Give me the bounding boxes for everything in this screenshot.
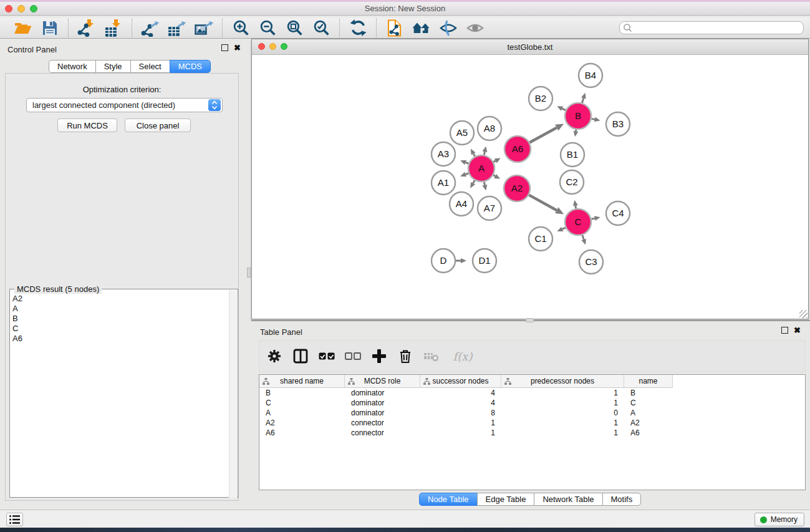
table-header-row[interactable]: shared nameMCDS rolesuccessor nodesprede… bbox=[259, 375, 673, 388]
run-mcds-button[interactable]: Run MCDS bbox=[57, 118, 117, 132]
splitter-grip-left[interactable] bbox=[247, 268, 251, 278]
float-panel-icon[interactable] bbox=[221, 44, 228, 51]
mcds-result-list[interactable]: A2ABCA6 bbox=[12, 294, 22, 344]
criterion-dropdown[interactable]: largest connected component (directed) bbox=[26, 98, 223, 112]
tab-edge-table[interactable]: Edge Table bbox=[477, 493, 535, 506]
table-cell[interactable]: 1 bbox=[501, 388, 624, 398]
network-graph[interactable]: B4B2BB3A5A8A6B1A3AC2A1A2A4A7C4CC1C3DD1 bbox=[252, 56, 808, 319]
edge-C-C3[interactable] bbox=[582, 235, 584, 239]
close-window-button[interactable] bbox=[5, 5, 12, 12]
table-cell[interactable]: A6 bbox=[259, 428, 345, 438]
edge-A6-B[interactable] bbox=[529, 128, 556, 143]
settings-gear-button[interactable] bbox=[266, 347, 283, 365]
edge-A2-C[interactable] bbox=[529, 195, 557, 211]
edge-B-B2[interactable] bbox=[562, 109, 566, 110]
table-cell[interactable]: connector bbox=[345, 418, 420, 428]
mcds-result-item[interactable]: C bbox=[12, 324, 22, 334]
table-cell[interactable]: 8 bbox=[420, 408, 501, 418]
table-row[interactable]: Adominator80A bbox=[259, 408, 805, 418]
tab-network-table[interactable]: Network Table bbox=[534, 493, 602, 506]
close-panel-button[interactable]: Close panel bbox=[125, 118, 191, 132]
edge-A-A7[interactable] bbox=[484, 182, 485, 185]
open-session-file-button[interactable] bbox=[382, 19, 407, 37]
table-cell[interactable]: 1 bbox=[420, 418, 501, 428]
result-scrollbar[interactable] bbox=[229, 290, 237, 498]
table-cell[interactable]: 4 bbox=[420, 388, 501, 398]
edge-C-C2[interactable] bbox=[576, 206, 576, 209]
table-row[interactable]: Bdominator41B bbox=[259, 388, 805, 398]
edge-A-A8[interactable] bbox=[484, 152, 485, 155]
table-cell[interactable]: A2 bbox=[624, 418, 673, 428]
table-cell[interactable]: dominator bbox=[345, 398, 420, 408]
search-input[interactable] bbox=[619, 21, 804, 34]
select-all-columns-button[interactable] bbox=[318, 347, 335, 365]
table-cell[interactable]: 1 bbox=[420, 428, 501, 438]
table-row[interactable]: A6connector11A6 bbox=[259, 428, 805, 438]
export-image-button[interactable] bbox=[191, 19, 216, 37]
edge-C-C4[interactable] bbox=[591, 218, 594, 219]
network-canvas[interactable]: B4B2BB3A5A8A6B1A3AC2A1A2A4A7C4CC1C3DD1 bbox=[252, 56, 808, 319]
refresh-view-button[interactable] bbox=[345, 19, 370, 37]
column-header-successor-nodes[interactable]: successor nodes bbox=[420, 375, 501, 388]
table-row[interactable]: A2connector11A2 bbox=[259, 418, 805, 428]
window-controls[interactable] bbox=[5, 5, 37, 12]
edge-B-B4[interactable] bbox=[582, 98, 583, 103]
table-cell[interactable]: B bbox=[624, 388, 673, 398]
column-header-predecessor-nodes[interactable]: predecessor nodes bbox=[501, 375, 624, 388]
float-table-panel-icon[interactable] bbox=[781, 327, 788, 334]
mcds-result-item[interactable]: A2 bbox=[12, 294, 22, 304]
save-session-button[interactable] bbox=[37, 19, 62, 37]
hide-graphics-details-button[interactable] bbox=[436, 19, 461, 37]
table-cell[interactable]: A bbox=[624, 408, 673, 418]
table-cell[interactable]: dominator bbox=[345, 388, 420, 398]
memory-button[interactable]: Memory bbox=[755, 513, 804, 526]
column-header-MCDS-role[interactable]: MCDS role bbox=[345, 375, 420, 388]
table-cell[interactable]: 1 bbox=[501, 428, 624, 438]
zoom-network-window-button[interactable] bbox=[281, 43, 287, 50]
tab-node-table[interactable]: Node Table bbox=[419, 493, 478, 506]
split-columns-button[interactable] bbox=[292, 347, 309, 365]
mcds-result-item[interactable]: A6 bbox=[12, 334, 22, 344]
edge-C-C1[interactable] bbox=[562, 228, 566, 229]
tab-motifs[interactable]: Motifs bbox=[602, 493, 642, 506]
mcds-result-item[interactable]: A bbox=[12, 304, 22, 314]
table-cell[interactable]: 4 bbox=[420, 398, 501, 408]
edge-A-A5[interactable] bbox=[473, 153, 475, 156]
zoom-in-button[interactable] bbox=[228, 19, 253, 37]
close-network-window-button[interactable] bbox=[258, 43, 265, 50]
table-cell[interactable]: C bbox=[624, 398, 673, 408]
table-cell[interactable]: 1 bbox=[501, 398, 624, 408]
tab-style[interactable]: Style bbox=[95, 60, 131, 73]
minimize-network-window-button[interactable] bbox=[269, 43, 276, 50]
import-table-button[interactable] bbox=[101, 19, 126, 37]
edge-B-B3[interactable] bbox=[592, 118, 595, 119]
import-network-button[interactable] bbox=[74, 19, 99, 37]
table-cell[interactable]: 0 bbox=[501, 408, 624, 418]
add-column-button[interactable] bbox=[370, 347, 388, 365]
table-row[interactable]: Cdominator41C bbox=[259, 398, 805, 408]
table-cell[interactable]: A2 bbox=[259, 418, 345, 428]
show-panels-button[interactable] bbox=[6, 513, 23, 526]
window-resize-grip[interactable] bbox=[799, 310, 808, 318]
horizontal-splitter-grip[interactable] bbox=[526, 318, 534, 322]
open-file-button[interactable] bbox=[11, 19, 36, 37]
tab-network[interactable]: Network bbox=[49, 60, 96, 73]
edge-A-A6[interactable] bbox=[493, 161, 495, 162]
table-cell[interactable]: 1 bbox=[501, 418, 624, 428]
table-cell[interactable]: dominator bbox=[345, 408, 420, 418]
tab-select[interactable]: Select bbox=[130, 60, 170, 73]
table-cell[interactable]: A bbox=[259, 408, 345, 418]
table-cell[interactable]: connector bbox=[345, 428, 420, 438]
edge-A-A4[interactable] bbox=[473, 180, 475, 183]
network-window-controls[interactable] bbox=[258, 43, 287, 50]
show-graphics-details-button[interactable] bbox=[463, 19, 488, 37]
export-network-button[interactable] bbox=[138, 19, 163, 37]
zoom-out-button[interactable] bbox=[255, 19, 280, 37]
zoom-window-button[interactable] bbox=[30, 5, 37, 12]
zoom-fit-button[interactable] bbox=[282, 19, 307, 37]
mcds-result-item[interactable]: B bbox=[12, 314, 22, 324]
table-cell[interactable]: B bbox=[259, 388, 345, 398]
column-header-name[interactable]: name bbox=[624, 375, 673, 388]
delete-columns-button[interactable] bbox=[397, 347, 414, 365]
export-table-button[interactable] bbox=[165, 19, 190, 37]
